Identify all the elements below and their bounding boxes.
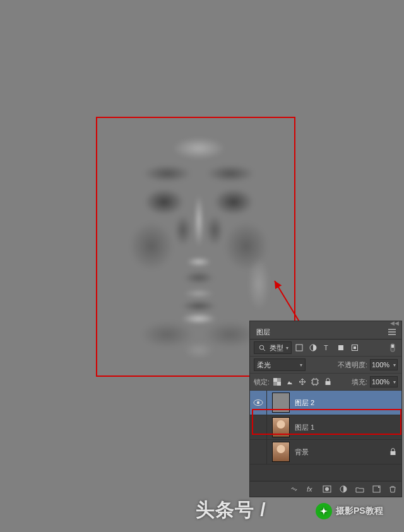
svg-rect-18 (391, 451, 396, 455)
svg-point-21 (325, 487, 329, 491)
new-group-icon[interactable] (355, 484, 365, 494)
svg-rect-13 (277, 382, 281, 386)
chevron-down-icon: ▾ (286, 345, 288, 351)
svg-point-17 (257, 401, 259, 404)
eye-icon (253, 399, 263, 406)
watermark-badge: ✦ 摄影PS教程 (316, 503, 383, 519)
layer-thumbnail[interactable] (272, 442, 290, 462)
svg-rect-12 (273, 378, 277, 382)
layer-name[interactable]: 图层 2 (295, 398, 396, 408)
lock-image-icon[interactable] (285, 377, 295, 387)
lock-artboard-icon[interactable] (310, 377, 320, 387)
layer-style-icon[interactable]: fx (306, 484, 316, 494)
layer-filter-row: 类型 ▾ T (250, 340, 401, 357)
add-mask-icon[interactable] (322, 484, 332, 494)
layer-panel-footer: fx (250, 481, 401, 497)
tab-layers[interactable]: 图层 (250, 325, 276, 339)
layer-thumbnail[interactable] (272, 393, 290, 413)
lock-fill-row: 锁定: 填充: 100% ▾ (250, 374, 401, 391)
visibility-toggle[interactable] (250, 391, 267, 415)
lock-icon (389, 448, 396, 456)
filter-type-select[interactable]: 类型 ▾ (254, 341, 292, 354)
visibility-toggle[interactable] (250, 415, 267, 439)
blend-opacity-row: 柔光 ▾ 不透明度: 100% ▾ (250, 357, 401, 374)
layer-row[interactable]: 图层 2 (250, 391, 401, 415)
layer-list: 图层 2 图层 1 背景 (250, 391, 401, 481)
svg-rect-14 (312, 379, 318, 384)
svg-point-1 (259, 345, 263, 349)
filter-pixel-icon[interactable] (294, 343, 304, 353)
new-adjustment-icon[interactable] (338, 484, 348, 494)
panel-tabbar: 图层 (250, 325, 401, 340)
layer-row[interactable]: 背景 (250, 440, 401, 464)
layer-name[interactable]: 图层 1 (295, 423, 396, 432)
svg-rect-6 (338, 345, 343, 350)
watermark-text: 头条号 / (196, 497, 266, 523)
opacity-value: 100% (372, 361, 389, 369)
chevron-down-icon: ▾ (300, 362, 302, 368)
filter-smartobject-icon[interactable] (350, 343, 360, 353)
svg-text:fx: fx (307, 485, 312, 493)
opacity-field[interactable]: 100% ▾ (370, 359, 398, 370)
wechat-icon: ✦ (316, 503, 332, 519)
search-icon (257, 343, 267, 353)
visibility-toggle[interactable] (250, 440, 267, 464)
new-layer-icon[interactable] (371, 484, 381, 494)
filter-toggle-switch[interactable] (388, 343, 398, 353)
lock-all-icon[interactable] (323, 377, 333, 387)
layer-thumbnail[interactable] (272, 417, 290, 437)
link-layers-icon[interactable] (289, 484, 299, 494)
svg-rect-8 (354, 346, 356, 349)
chevron-down-icon: ▾ (393, 362, 396, 368)
panel-options-menu[interactable] (388, 328, 401, 336)
fill-label: 填充: (352, 377, 367, 387)
filter-adjustment-icon[interactable] (308, 343, 318, 353)
layer-row[interactable]: 图层 1 (250, 415, 401, 440)
fill-value: 100% (372, 378, 389, 386)
svg-text:T: T (324, 344, 328, 352)
delete-layer-icon[interactable] (388, 484, 398, 494)
filter-shape-icon[interactable] (336, 343, 346, 353)
lock-transparent-icon[interactable] (272, 377, 282, 387)
svg-rect-3 (296, 345, 302, 351)
chevron-down-icon: ▾ (393, 379, 396, 385)
svg-line-2 (263, 349, 265, 351)
blend-mode-value: 柔光 (257, 360, 271, 370)
watermark-right-text: 摄影PS教程 (336, 505, 383, 517)
opacity-label: 不透明度: (338, 360, 367, 370)
lock-position-icon[interactable] (297, 377, 307, 387)
lock-label: 锁定: (254, 377, 270, 387)
filter-type-icon[interactable]: T (322, 343, 332, 353)
svg-rect-15 (325, 381, 330, 385)
blend-mode-select[interactable]: 柔光 ▾ (254, 358, 306, 371)
layer-name[interactable]: 背景 (295, 447, 389, 457)
fill-field[interactable]: 100% ▾ (370, 376, 398, 387)
layers-panel: ◀◀ 图层 类型 ▾ T 柔光 ▾ (250, 321, 401, 497)
svg-rect-10 (391, 345, 394, 348)
filter-type-label: 类型 (270, 343, 283, 353)
